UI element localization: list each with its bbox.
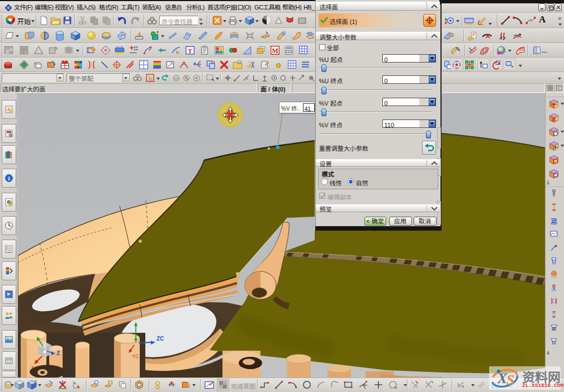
svg-text:ZC: ZC bbox=[157, 334, 164, 342]
svg-text:M: M bbox=[272, 47, 278, 55]
svg-text:R: R bbox=[149, 45, 152, 50]
svg-text:x: x bbox=[31, 363, 34, 370]
svg-text:Z: Z bbox=[56, 348, 60, 357]
svg-text:i: i bbox=[8, 175, 10, 181]
svg-text:YC: YC bbox=[132, 352, 139, 360]
svg-text:T: T bbox=[188, 47, 192, 54]
svg-text:S: S bbox=[506, 372, 514, 388]
